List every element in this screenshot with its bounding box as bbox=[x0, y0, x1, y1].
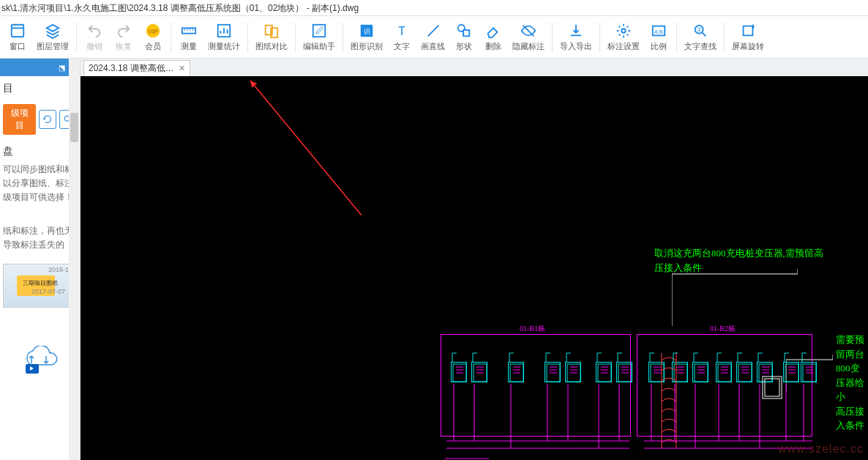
toolbar-ruler[interactable]: 测量 bbox=[174, 21, 203, 53]
hide-icon bbox=[520, 22, 537, 40]
sidebar-subtitle: 盘 bbox=[0, 138, 80, 160]
sidebar-desc1: 可以同步图纸和标 以分享图纸、标注 级项目可供选择！ bbox=[0, 160, 80, 208]
svg-point-13 bbox=[621, 29, 626, 33]
main-area: 2024.3.18 调整高低… ✕ 取消这充两台800充电桩变压器,需预留高 压… bbox=[81, 59, 868, 460]
cloud-graphic bbox=[0, 343, 80, 375]
compare-icon bbox=[263, 22, 280, 40]
toolbar-find[interactable]: 字文字查找 bbox=[680, 21, 721, 53]
toolbar-label: 测量 bbox=[181, 41, 197, 52]
toolbar-label: 恢复 bbox=[116, 41, 132, 52]
toolbar-edit[interactable]: 编辑助手 bbox=[299, 21, 340, 53]
svg-rect-0 bbox=[12, 25, 24, 37]
toolbar-recognize[interactable]: 识图形识别 bbox=[346, 21, 387, 53]
toolbar-label: 图形识别 bbox=[351, 41, 383, 52]
redo-icon bbox=[115, 22, 132, 40]
toolbar-erase[interactable]: 删除 bbox=[479, 21, 508, 53]
wiring bbox=[432, 333, 842, 460]
toolbar-rotate[interactable]: 屏幕旋转 bbox=[727, 21, 768, 53]
toolbar-redo[interactable]: 恢复 bbox=[109, 21, 138, 53]
undo-icon bbox=[86, 22, 103, 40]
erase-icon bbox=[484, 22, 502, 40]
edit-icon bbox=[310, 22, 328, 40]
line-icon bbox=[424, 22, 442, 40]
document-tabs: 2024.3.18 调整高低… ✕ bbox=[81, 59, 868, 76]
toolbar-label: 图纸对比 bbox=[255, 41, 288, 52]
toolbar-compare[interactable]: 图纸对比 bbox=[251, 21, 292, 53]
toolbar-vip[interactable]: VIP会员 bbox=[138, 21, 168, 53]
toolbar-label: 编辑助手 bbox=[303, 41, 335, 52]
play-icon[interactable] bbox=[26, 364, 39, 374]
pin-icon[interactable]: ⬔ bbox=[59, 64, 65, 72]
svg-line-20 bbox=[250, 81, 362, 215]
tab-close-icon[interactable]: ✕ bbox=[179, 64, 185, 73]
layers-icon bbox=[44, 22, 61, 40]
svg-rect-12 bbox=[463, 30, 469, 36]
toolbar-text[interactable]: T文字 bbox=[387, 21, 416, 53]
sidebar-thumbnail: 2016-11 三期项目图纸 2017-07-07 bbox=[0, 261, 80, 311]
svg-rect-18 bbox=[744, 26, 753, 36]
toolbar-label: 删除 bbox=[485, 41, 501, 52]
tab-document[interactable]: 2024.3.18 调整高低… ✕ bbox=[83, 60, 190, 76]
sidebar-scrollbar[interactable] bbox=[69, 59, 80, 460]
toolbar-label: 画直线 bbox=[421, 41, 445, 52]
sidebar: ⬔ ✕ 目 级项目 盘 可以同步图纸和标 以分享图纸、标注 级项目可供选择！ 纸… bbox=[0, 59, 81, 460]
new-project-button[interactable]: 级项目 bbox=[3, 104, 36, 135]
toolbar-hide[interactable]: 隐藏标注 bbox=[508, 21, 549, 53]
drawing-canvas[interactable]: 取消这充两台800充电桩变压器,需预留高 压接入条件 需要预留两台800变压器给… bbox=[81, 76, 868, 460]
toolbar-label: 图层管理 bbox=[37, 41, 69, 52]
toolbar-ratio[interactable]: A:B比例 bbox=[644, 21, 673, 53]
rotate-icon bbox=[739, 22, 757, 40]
sidebar-header: ⬔ ✕ bbox=[0, 59, 80, 76]
toolbar-label: 比例 bbox=[651, 41, 667, 52]
toolbar-label: 隐藏标注 bbox=[512, 41, 545, 52]
vip-icon: VIP bbox=[144, 22, 162, 40]
toolbar-undo[interactable]: 撤销 bbox=[80, 21, 109, 53]
thumb-tag: 三期项目图纸 bbox=[23, 279, 58, 287]
toolbar-label: 导入导出 bbox=[560, 41, 592, 52]
sidebar-desc2: 纸和标注，再也无 导致标注丢失的 bbox=[0, 221, 80, 255]
toolbar-label: 测量统计 bbox=[208, 41, 240, 52]
toolbar-window[interactable]: 窗口 bbox=[3, 21, 32, 53]
svg-rect-36 bbox=[763, 376, 782, 398]
main-toolbar: 窗口图层管理撤销恢复VIP会员测量测量统计图纸对比编辑助手识图形识别T文字画直线… bbox=[0, 16, 868, 59]
pointer-arrow bbox=[244, 76, 362, 215]
toolbar-shape[interactable]: 形状 bbox=[449, 21, 479, 53]
toolbar-label: 撤销 bbox=[86, 41, 102, 52]
find-icon: 字 bbox=[692, 22, 709, 40]
toolbar-layers[interactable]: 图层管理 bbox=[32, 21, 73, 53]
ruler-icon bbox=[180, 22, 198, 40]
svg-rect-37 bbox=[765, 379, 779, 396]
sidebar-title: 目 bbox=[0, 76, 80, 101]
toolbar-label: 标注设置 bbox=[607, 41, 640, 52]
annotation-text-1: 取消这充两台800充电桩变压器,需预留高 压接入条件 bbox=[654, 246, 823, 275]
settings-icon bbox=[615, 22, 632, 40]
refresh-button[interactable] bbox=[39, 110, 56, 129]
toolbar-label: 窗口 bbox=[10, 41, 26, 52]
svg-rect-3 bbox=[182, 28, 195, 33]
ratio-icon: A:B bbox=[650, 22, 667, 40]
toolbar-io[interactable]: 导入导出 bbox=[555, 21, 596, 53]
toolbar-label: 屏幕旋转 bbox=[732, 41, 764, 52]
svg-text:T: T bbox=[398, 24, 405, 37]
window-icon bbox=[9, 22, 26, 40]
svg-rect-7 bbox=[313, 25, 326, 37]
toolbar-label: 文字 bbox=[394, 41, 410, 52]
watermark: www.szelec.cc bbox=[778, 442, 864, 456]
io-icon bbox=[567, 22, 585, 40]
leader-line-1 bbox=[672, 269, 798, 326]
svg-text:VIP: VIP bbox=[148, 29, 158, 35]
recognize-icon: 识 bbox=[358, 22, 375, 40]
toolbar-label: 文字查找 bbox=[684, 41, 717, 52]
thumb-date-bottom: 2017-07-07 bbox=[31, 288, 65, 295]
stats-icon bbox=[215, 22, 233, 40]
toolbar-stats[interactable]: 测量统计 bbox=[203, 21, 244, 53]
toolbar-label: 形状 bbox=[456, 41, 472, 52]
toolbar-settings[interactable]: 标注设置 bbox=[603, 21, 644, 53]
tab-label: 2024.3.18 调整高低… bbox=[89, 62, 174, 75]
svg-text:字: 字 bbox=[697, 26, 702, 33]
svg-text:识: 识 bbox=[364, 28, 370, 35]
toolbar-line[interactable]: 画直线 bbox=[416, 21, 449, 53]
text-icon: T bbox=[393, 22, 411, 40]
toolbar-label: 会员 bbox=[145, 41, 161, 52]
shape-icon bbox=[455, 22, 473, 40]
